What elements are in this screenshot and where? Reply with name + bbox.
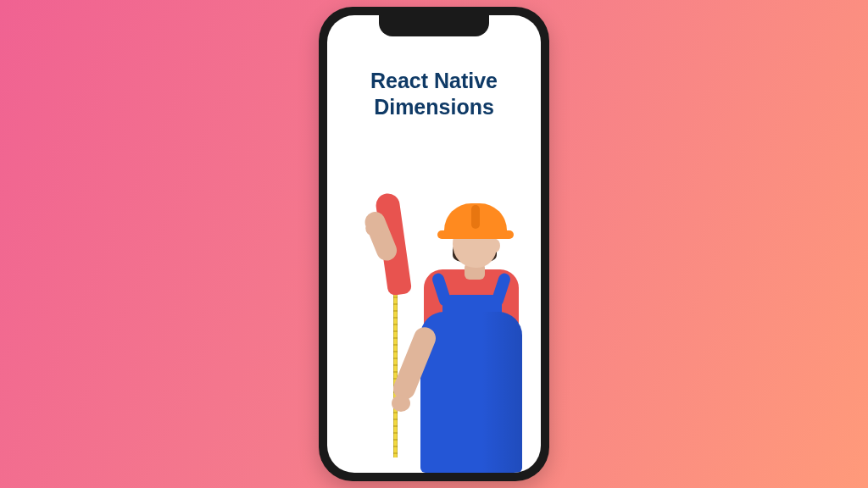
- worker-hand-lower: [392, 395, 410, 412]
- phone-mockup-frame: React Native Dimensions: [319, 7, 549, 481]
- worker-illustration: [327, 176, 541, 473]
- phone-screen: React Native Dimensions: [327, 15, 541, 473]
- phone-notch: [379, 14, 489, 36]
- worker-forearm: [362, 209, 400, 264]
- hardhat-ridge: [471, 205, 480, 229]
- worker-arm-raised: [375, 192, 412, 297]
- worker-ear: [490, 239, 500, 252]
- worker-hand-upper: [363, 216, 387, 239]
- title-line-1: React Native: [327, 68, 541, 94]
- title-line-2: Dimensions: [327, 94, 541, 120]
- construction-worker: [387, 193, 531, 473]
